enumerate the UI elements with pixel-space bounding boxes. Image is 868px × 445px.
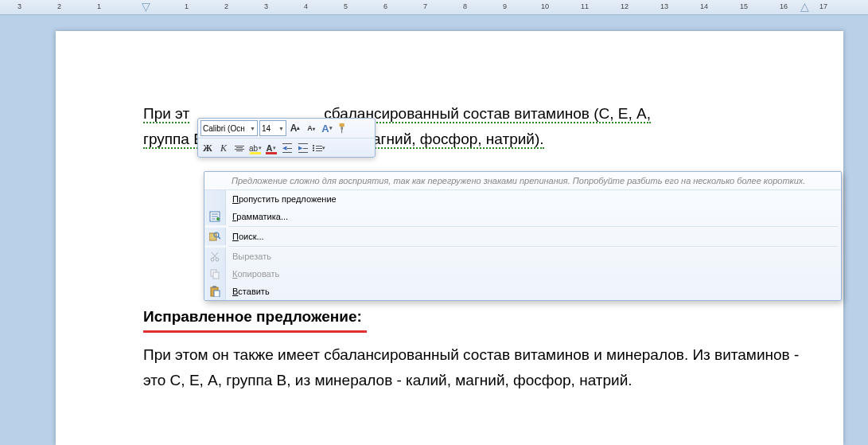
blank-icon (204, 190, 226, 208)
ruler-num: 2 (224, 2, 228, 10)
menu-separator (228, 226, 838, 227)
copy-icon (204, 265, 226, 283)
ruler-num: 4 (304, 2, 308, 10)
paste-menuitem[interactable]: Вставить (204, 283, 841, 300)
svg-point-5 (216, 258, 219, 261)
ruler-num: 10 (541, 2, 549, 10)
bullets-button[interactable]: ▾ (312, 141, 326, 155)
ruler-num: 15 (740, 2, 748, 10)
ruler-num: 11 (581, 2, 589, 10)
chevron-down-icon[interactable]: ▼ (250, 126, 255, 131)
decrease-indent-button[interactable]: ◀ (280, 141, 294, 155)
grammar-suggestion-note: Предложение сложно для восприятия, так к… (204, 172, 841, 190)
grow-font-button[interactable]: A▴ (288, 121, 302, 135)
chevron-down-icon: ▾ (329, 125, 333, 131)
heading-corrected[interactable]: Исправленное предложение: (143, 304, 362, 330)
shrink-font-button[interactable]: A▾ (304, 121, 318, 135)
paste-icon (204, 283, 226, 300)
skip-sentence-menuitem[interactable]: Пропустить предложение (204, 190, 841, 208)
highlight-button[interactable]: ab▾ (248, 141, 263, 155)
svg-point-4 (211, 258, 214, 261)
ruler-num: 16 (780, 2, 788, 10)
ruler-num: 17 (819, 2, 827, 10)
font-size-combo[interactable]: 14▼ (259, 120, 286, 136)
cut-icon (204, 248, 226, 265)
svg-point-1 (216, 217, 220, 221)
ruler-num: 13 (660, 2, 668, 10)
mini-toolbar: Calibri (Осн▼ 14▼ A▴ A▾ A▾ Ж К ab▾ A▾ (197, 118, 376, 158)
bold-button[interactable]: Ж (200, 141, 215, 155)
text-effects-button[interactable]: A▾ (320, 121, 334, 135)
grammar-menuitem[interactable]: Грамматика... (204, 208, 841, 225)
ruler-num: 1 (185, 2, 189, 10)
font-color-button[interactable]: A▾ (264, 141, 278, 155)
copy-menuitem: Копировать (204, 265, 841, 283)
ruler-num: 7 (423, 2, 427, 10)
format-painter-button[interactable] (336, 121, 350, 135)
ruler-num: 5 (344, 2, 348, 10)
ruler-num: 14 (700, 2, 708, 10)
ruler-num: 12 (621, 2, 629, 10)
ruler-num: 9 (503, 2, 507, 10)
ruler-num: 8 (463, 2, 467, 10)
ruler-num: 3 (264, 2, 268, 10)
grammar-icon (204, 208, 226, 225)
horizontal-ruler[interactable]: ▽ △ 3 2 1 1 2 3 4 5 6 7 8 9 10 11 12 13 … (0, 0, 868, 15)
align-center-button[interactable] (232, 141, 247, 155)
cut-menuitem: Вырезать (204, 248, 841, 265)
menu-separator (228, 246, 838, 247)
paragraph-2[interactable]: При этом он также имеет сбалансированный… (143, 342, 808, 394)
svg-rect-9 (212, 286, 216, 288)
chevron-down-icon[interactable]: ▾ (322, 145, 325, 151)
grammar-error-text[interactable]: При эт (143, 105, 189, 123)
svg-rect-10 (214, 291, 220, 297)
first-line-indent-marker[interactable]: ▽ (142, 0, 150, 13)
red-underline-annotation (143, 330, 367, 333)
svg-rect-7 (213, 272, 219, 279)
right-indent-marker[interactable]: △ (800, 0, 809, 13)
font-name-combo[interactable]: Calibri (Осн▼ (200, 120, 258, 136)
ruler-num: 1 (97, 2, 101, 10)
find-icon (204, 228, 226, 245)
chevron-down-icon[interactable]: ▾ (259, 145, 262, 151)
find-menuitem[interactable]: Поиск... (204, 228, 841, 245)
ruler-num: 3 (18, 2, 21, 10)
grammar-context-menu: Предложение сложно для восприятия, так к… (204, 171, 842, 301)
italic-button[interactable]: К (216, 141, 231, 155)
ruler-num: 2 (57, 2, 61, 10)
chevron-down-icon[interactable]: ▼ (278, 126, 284, 131)
chevron-down-icon[interactable]: ▾ (273, 145, 276, 151)
ruler-num: 6 (383, 2, 387, 10)
increase-indent-button[interactable]: ▶ (296, 141, 310, 155)
